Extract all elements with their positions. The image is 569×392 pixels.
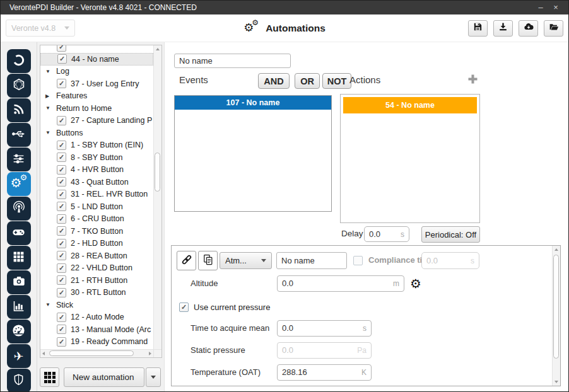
collapse-arrow-icon[interactable]: ▼ bbox=[45, 105, 54, 111]
panel-vscroll-thumb[interactable] bbox=[553, 255, 559, 359]
checkbox[interactable]: ✓ bbox=[57, 337, 66, 347]
automation-name-input[interactable]: No name bbox=[174, 54, 291, 68]
tree-item-7-tko-button[interactable]: ✓7 - TKO Button bbox=[40, 225, 153, 238]
checkbox[interactable]: ✓ bbox=[57, 165, 66, 175]
tree-item-4-hvr-button[interactable]: ✓4 - HVR Button bbox=[40, 164, 153, 176]
scroll-down-arrow-icon[interactable] bbox=[553, 378, 560, 386]
checkbox[interactable]: ✓ bbox=[57, 251, 66, 260]
automation-grid-button[interactable] bbox=[40, 367, 59, 387]
tree-item-43-quat-button[interactable]: ✓43 - Quat Button bbox=[40, 176, 153, 188]
checkbox[interactable]: ✓ bbox=[57, 263, 66, 273]
tree-item-13-manual-mode-arc[interactable]: ✓13 - Manual Mode (Arc bbox=[40, 323, 153, 336]
tree-item-31-rel-hvr-button[interactable]: ✓31 - REL. HVR Button bbox=[40, 188, 153, 201]
tree-item-8-sby-button[interactable]: ✓8 - SBY Button bbox=[40, 151, 153, 164]
scroll-right-arrow-icon[interactable] bbox=[149, 352, 151, 355]
tree-hscroll-thumb[interactable] bbox=[49, 350, 134, 356]
tree-item-6-cru-button[interactable]: ✓6 - CRU Button bbox=[40, 213, 153, 226]
tree-item-28-rea-button[interactable]: ✓28 - REA Button bbox=[40, 250, 153, 262]
tree-group-log[interactable]: ▼Log bbox=[40, 66, 153, 78]
checkbox[interactable]: ✓ bbox=[57, 275, 66, 285]
sidebar-item-rss[interactable] bbox=[7, 98, 31, 122]
tree-item-22-vhld-button[interactable]: ✓22 - VHLD Button bbox=[40, 262, 153, 275]
sidebar-item-hex-mesh[interactable] bbox=[7, 74, 31, 98]
time-to-acquire-mean-input[interactable]: 0.0s bbox=[277, 320, 372, 337]
checkbox[interactable]: ✓ bbox=[57, 116, 66, 125]
tree-vscroll-thumb[interactable] bbox=[155, 153, 160, 192]
tree-item-1-sby-button-ein-[interactable]: ✓1 - SBY Button (EIN) bbox=[40, 139, 153, 152]
sidebar-item-bar-chart[interactable] bbox=[7, 295, 31, 319]
checkbox[interactable]: ✓ bbox=[57, 79, 66, 88]
checkbox[interactable]: ✓ bbox=[57, 177, 66, 187]
device-select[interactable]: Veronte v4.8 bbox=[6, 20, 75, 37]
or-button[interactable]: OR bbox=[295, 73, 320, 89]
not-button[interactable]: NOT bbox=[322, 73, 351, 89]
checkbox[interactable]: ✓ bbox=[57, 313, 66, 322]
sidebar-item-power-ring[interactable] bbox=[7, 49, 31, 73]
tree-group-return-to-home[interactable]: ▼Return to Home bbox=[40, 102, 153, 115]
action-name-input[interactable]: No name bbox=[276, 252, 347, 269]
tree-item-19-ready-command[interactable]: ✓19 - Ready Command bbox=[40, 336, 153, 349]
close-button[interactable]: × bbox=[548, 1, 563, 14]
tree-group-buttons[interactable]: ▼Buttons bbox=[40, 127, 153, 139]
and-button[interactable]: AND bbox=[258, 73, 290, 89]
add-action-button[interactable] bbox=[466, 72, 479, 88]
tree-item-2-hld-button[interactable]: ✓2 - HLD Button bbox=[40, 238, 153, 250]
checkbox[interactable]: ✓ bbox=[57, 141, 66, 150]
checkbox[interactable]: ✓ bbox=[57, 190, 66, 199]
use-current-pressure-checkbox[interactable]: ✓ bbox=[179, 303, 189, 312]
checkbox[interactable]: ✓ bbox=[57, 54, 67, 64]
tree-item-30-rtl-button[interactable]: ✓30 - RTL Button bbox=[40, 287, 153, 299]
checkbox[interactable]: ✓ bbox=[57, 288, 66, 297]
tree-group-stick[interactable]: ▼Stick bbox=[40, 299, 153, 311]
tree-vertical-scrollbar[interactable] bbox=[153, 45, 161, 349]
collapse-arrow-icon[interactable]: ▼ bbox=[45, 302, 54, 308]
tree-group-features[interactable]: ▶Features bbox=[40, 90, 153, 103]
checkbox[interactable]: ✓ bbox=[57, 226, 66, 236]
checkbox[interactable]: ✓ bbox=[57, 153, 66, 162]
action-item[interactable]: 54 - No name bbox=[343, 97, 477, 113]
tree-item-5-lnd-button[interactable]: ✓5 - LND Button bbox=[40, 200, 153, 213]
sidebar-item-grid[interactable] bbox=[7, 246, 31, 270]
tree-item-37-user-log-entry[interactable]: ✓37 - User Log Entry bbox=[40, 78, 153, 90]
tree-horizontal-scrollbar[interactable] bbox=[40, 349, 153, 357]
sidebar-item-camera[interactable] bbox=[7, 270, 31, 294]
compliance-time-checkbox[interactable] bbox=[353, 256, 363, 265]
checkbox[interactable]: ✓ bbox=[57, 45, 66, 52]
collapse-arrow-icon[interactable]: ▼ bbox=[45, 69, 54, 74]
open-file-button[interactable] bbox=[544, 20, 563, 37]
new-automation-dropdown-button[interactable] bbox=[146, 367, 161, 387]
altitude-input[interactable]: 0.0m bbox=[277, 275, 404, 292]
save-button[interactable] bbox=[468, 20, 488, 37]
sidebar-item-usb[interactable] bbox=[7, 123, 31, 147]
sidebar-item-podcast[interactable] bbox=[7, 197, 31, 221]
tree-item-21-rth-button[interactable]: ✓21 - RTH Button bbox=[40, 274, 153, 287]
sidebar-item-gears[interactable]: ⚙⚙ bbox=[7, 172, 31, 196]
delay-input[interactable]: 0.0 s bbox=[364, 226, 409, 242]
scroll-up-arrow-icon[interactable] bbox=[154, 45, 161, 53]
sidebar-item-gamepad[interactable] bbox=[7, 221, 31, 245]
periodical-button[interactable]: Periodical: Off bbox=[421, 226, 480, 243]
expand-arrow-icon[interactable]: ▶ bbox=[45, 93, 54, 99]
scroll-left-arrow-icon[interactable] bbox=[42, 352, 45, 355]
tree-row-partial[interactable]: ✓ bbox=[40, 45, 153, 53]
collapse-arrow-icon[interactable]: ▼ bbox=[45, 130, 54, 135]
sidebar-item-shield[interactable] bbox=[7, 369, 31, 392]
checkbox[interactable]: ✓ bbox=[57, 214, 66, 224]
checkbox[interactable]: ✓ bbox=[57, 202, 66, 211]
event-item[interactable]: 107 - No name bbox=[175, 96, 331, 110]
download-button[interactable] bbox=[493, 20, 513, 37]
panel-vertical-scrollbar[interactable] bbox=[552, 246, 560, 386]
scroll-up-arrow-icon[interactable] bbox=[553, 246, 560, 253]
tree-item-12-auto-mode[interactable]: ✓12 - Auto Mode bbox=[40, 311, 153, 324]
link-button[interactable] bbox=[177, 251, 196, 270]
copy-button[interactable] bbox=[198, 251, 218, 270]
tree-item-27-capture-landing-p[interactable]: ✓27 - Capture Landing P bbox=[40, 115, 153, 127]
checkbox[interactable]: ✓ bbox=[57, 325, 66, 334]
gear-icon[interactable]: ⚙ bbox=[410, 277, 421, 290]
tree-item-44-no-name[interactable]: ✓44 - No name bbox=[40, 53, 153, 66]
cloud-download-button[interactable] bbox=[519, 20, 538, 37]
minimize-button[interactable]: – bbox=[533, 1, 548, 14]
temperature-oat--input[interactable]: 288.16K bbox=[277, 364, 372, 381]
sidebar-item-gauge[interactable] bbox=[7, 320, 31, 343]
action-type-select[interactable]: Atm... bbox=[220, 252, 272, 269]
